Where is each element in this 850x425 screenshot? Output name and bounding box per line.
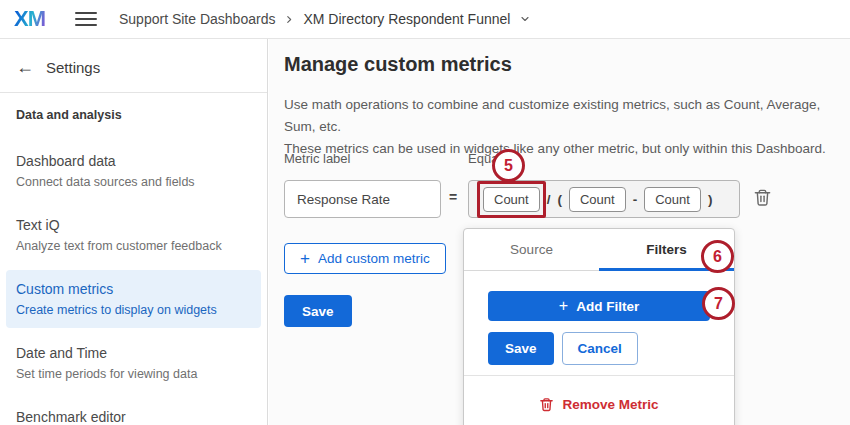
annotation-circle-5: 5 bbox=[492, 149, 525, 182]
remove-metric-button[interactable]: Remove Metric bbox=[464, 396, 734, 413]
equation-operator-minus: - bbox=[633, 192, 638, 207]
delete-metric-button[interactable] bbox=[753, 187, 772, 211]
save-button[interactable]: Save bbox=[284, 295, 352, 327]
sidebar-item-title: Date and Time bbox=[16, 343, 251, 363]
chevron-right-icon bbox=[284, 14, 294, 25]
equation-chip-count-3[interactable]: Count bbox=[644, 187, 701, 212]
remove-metric-label: Remove Metric bbox=[562, 397, 658, 412]
sidebar-item-title: Dashboard data bbox=[16, 151, 251, 171]
equation-operator-close-paren: ) bbox=[708, 192, 713, 207]
metric-label-input[interactable] bbox=[284, 180, 441, 218]
popup-tabs: Source Filters bbox=[464, 229, 734, 271]
sidebar-item-date-and-time[interactable]: Date and Time Set time periods for viewi… bbox=[6, 334, 261, 392]
equation-chip-count-2[interactable]: Count bbox=[569, 187, 626, 212]
metric-config-popup: Source Filters + Add Filter Save Cancel … bbox=[463, 228, 735, 425]
sidebar-item-text-iq[interactable]: Text iQ Analyze text from customer feedb… bbox=[6, 206, 261, 264]
page-description-line1: Use math operations to combine and custo… bbox=[284, 94, 850, 138]
popup-actions: Save Cancel bbox=[488, 332, 710, 365]
metric-label-caption: Metric label bbox=[284, 151, 350, 166]
plus-icon: + bbox=[300, 250, 310, 267]
breadcrumb: Support Site Dashboards XM Directory Res… bbox=[119, 11, 531, 27]
sidebar-item-subtitle: Set time periods for viewing data bbox=[16, 365, 251, 383]
add-custom-metric-button[interactable]: + Add custom metric bbox=[284, 243, 446, 274]
trash-icon bbox=[539, 396, 554, 413]
equation-operator-open-paren: ( bbox=[557, 192, 562, 207]
breadcrumb-item-dashboards[interactable]: Support Site Dashboards bbox=[119, 11, 275, 27]
add-custom-metric-label: Add custom metric bbox=[318, 251, 430, 266]
sidebar-item-title: Benchmark editor bbox=[16, 407, 251, 425]
sidebar-item-subtitle: Create metrics to display on widgets bbox=[16, 301, 251, 319]
sidebar-item-title: Text iQ bbox=[16, 215, 251, 235]
popup-cancel-button[interactable]: Cancel bbox=[562, 332, 638, 365]
main-content: Manage custom metrics Use math operation… bbox=[269, 39, 850, 425]
xm-logo: XM bbox=[14, 6, 45, 32]
add-filter-button[interactable]: + Add Filter bbox=[488, 291, 710, 321]
add-filter-label: Add Filter bbox=[576, 299, 639, 314]
sidebar-divider bbox=[0, 92, 267, 93]
sidebar-item-subtitle: Connect data sources and fields bbox=[16, 173, 251, 191]
top-bar: XM Support Site Dashboards XM Directory … bbox=[0, 0, 850, 39]
trash-icon bbox=[753, 187, 772, 208]
plus-icon: + bbox=[559, 298, 568, 314]
sidebar-item-dashboard-data[interactable]: Dashboard data Connect data sources and … bbox=[6, 142, 261, 200]
settings-sidebar: ← Settings Data and analysis Dashboard d… bbox=[0, 39, 268, 425]
sidebar-item-subtitle: Analyze text from customer feedback bbox=[16, 237, 251, 255]
page-title: Manage custom metrics bbox=[284, 53, 512, 76]
page-description: Use math operations to combine and custo… bbox=[284, 94, 850, 160]
annotation-circle-7: 7 bbox=[702, 287, 735, 320]
breadcrumb-item-dashboard-name[interactable]: XM Directory Respondent Funnel bbox=[303, 11, 510, 27]
section-label-data-and-analysis: Data and analysis bbox=[16, 108, 251, 122]
back-arrow-icon: ← bbox=[16, 57, 34, 77]
popup-divider bbox=[464, 375, 734, 376]
hamburger-menu-icon[interactable] bbox=[75, 12, 97, 26]
sidebar-item-benchmark-editor[interactable]: Benchmark editor Add industry benchmarks bbox=[6, 398, 261, 425]
equals-sign: = bbox=[449, 189, 457, 205]
equation-operator-divide: / bbox=[547, 192, 551, 207]
popup-save-button[interactable]: Save bbox=[488, 332, 554, 365]
back-to-settings-button[interactable]: ← Settings bbox=[0, 39, 267, 92]
settings-label: Settings bbox=[46, 59, 100, 76]
annotation-circle-6: 6 bbox=[701, 240, 734, 273]
annotation-box-count: Count bbox=[477, 181, 546, 218]
equation-box: Count / ( Count - Count ) bbox=[468, 180, 740, 218]
chevron-down-icon[interactable] bbox=[519, 13, 531, 25]
sidebar-item-custom-metrics[interactable]: Custom metrics Create metrics to display… bbox=[6, 270, 261, 328]
tab-source[interactable]: Source bbox=[464, 229, 599, 270]
equation-chip-count-1[interactable]: Count bbox=[483, 187, 540, 212]
popup-body: + Add Filter Save Cancel bbox=[464, 291, 734, 365]
sidebar-item-title: Custom metrics bbox=[16, 279, 251, 299]
page-description-line2: These metrics can be used in widgets lik… bbox=[284, 138, 850, 160]
